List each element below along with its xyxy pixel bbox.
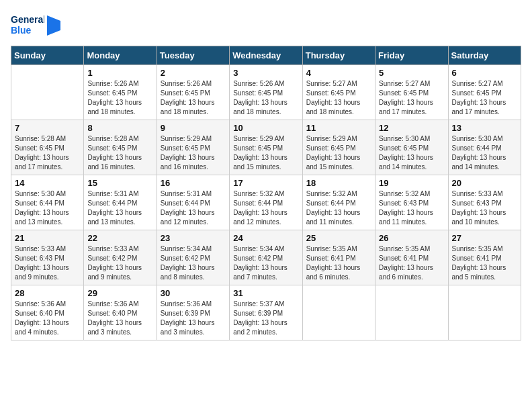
calendar-cell: 28Sunrise: 5:36 AMSunset: 6:40 PMDayligh… [11, 285, 84, 340]
cell-info: Sunrise: 5:33 AMSunset: 6:43 PMDaylight:… [15, 244, 80, 282]
cell-info: Sunrise: 5:32 AMSunset: 6:44 PMDaylight:… [306, 189, 371, 227]
calendar-cell: 4Sunrise: 5:27 AMSunset: 6:45 PMDaylight… [302, 65, 375, 120]
day-number: 17 [233, 178, 298, 188]
day-number: 20 [452, 178, 517, 188]
calendar-cell: 30Sunrise: 5:36 AMSunset: 6:39 PMDayligh… [157, 285, 229, 340]
day-number: 12 [379, 123, 444, 133]
day-number: 11 [306, 123, 371, 133]
cell-info: Sunrise: 5:35 AMSunset: 6:41 PMDaylight:… [306, 244, 371, 282]
calendar-cell: 21Sunrise: 5:33 AMSunset: 6:43 PMDayligh… [11, 230, 84, 285]
day-number: 19 [379, 178, 444, 188]
calendar-cell: 5Sunrise: 5:27 AMSunset: 6:45 PMDaylight… [375, 65, 448, 120]
calendar-cell: 9Sunrise: 5:29 AMSunset: 6:45 PMDaylight… [157, 120, 229, 175]
cell-info: Sunrise: 5:33 AMSunset: 6:42 PMDaylight:… [87, 244, 152, 282]
day-number: 30 [161, 288, 226, 298]
page-header: General Blue [11, 11, 521, 40]
calendar-cell: 7Sunrise: 5:28 AMSunset: 6:45 PMDaylight… [11, 120, 84, 175]
calendar-cell: 12Sunrise: 5:30 AMSunset: 6:45 PMDayligh… [375, 120, 448, 175]
day-number: 24 [233, 233, 298, 243]
weekday-header: Tuesday [157, 46, 229, 65]
calendar-cell: 8Sunrise: 5:28 AMSunset: 6:45 PMDaylight… [84, 120, 157, 175]
cell-info: Sunrise: 5:36 AMSunset: 6:40 PMDaylight:… [87, 300, 152, 337]
day-number: 18 [306, 178, 371, 188]
day-number: 29 [87, 288, 152, 298]
cell-info: Sunrise: 5:26 AMSunset: 6:45 PMDaylight:… [161, 79, 226, 117]
day-number: 28 [15, 288, 80, 298]
calendar-week-row: 28Sunrise: 5:36 AMSunset: 6:40 PMDayligh… [11, 285, 521, 340]
day-number: 5 [379, 68, 444, 78]
cell-info: Sunrise: 5:27 AMSunset: 6:45 PMDaylight:… [306, 79, 371, 117]
logo-icon: General Blue [11, 11, 44, 40]
day-number: 26 [379, 233, 444, 243]
cell-info: Sunrise: 5:29 AMSunset: 6:45 PMDaylight:… [233, 134, 298, 172]
day-number: 15 [87, 178, 152, 188]
calendar-week-row: 7Sunrise: 5:28 AMSunset: 6:45 PMDaylight… [11, 120, 521, 175]
day-number: 23 [161, 233, 226, 243]
cell-info: Sunrise: 5:29 AMSunset: 6:45 PMDaylight:… [161, 134, 226, 172]
cell-info: Sunrise: 5:36 AMSunset: 6:40 PMDaylight:… [15, 300, 80, 337]
day-number: 27 [452, 233, 517, 243]
day-number: 21 [15, 233, 80, 243]
day-number: 16 [161, 178, 226, 188]
cell-info: Sunrise: 5:31 AMSunset: 6:44 PMDaylight:… [161, 189, 226, 227]
calendar-cell [375, 285, 448, 340]
day-number: 6 [452, 68, 517, 78]
calendar-cell: 27Sunrise: 5:35 AMSunset: 6:41 PMDayligh… [448, 230, 521, 285]
cell-info: Sunrise: 5:26 AMSunset: 6:45 PMDaylight:… [233, 79, 298, 117]
cell-info: Sunrise: 5:26 AMSunset: 6:45 PMDaylight:… [87, 79, 152, 117]
cell-info: Sunrise: 5:36 AMSunset: 6:39 PMDaylight:… [161, 300, 226, 337]
calendar-cell: 6Sunrise: 5:27 AMSunset: 6:45 PMDaylight… [448, 65, 521, 120]
calendar-cell: 1Sunrise: 5:26 AMSunset: 6:45 PMDaylight… [84, 65, 157, 120]
svg-marker-2 [47, 15, 60, 36]
logo-arrow-icon [47, 15, 60, 36]
calendar-cell: 19Sunrise: 5:32 AMSunset: 6:43 PMDayligh… [375, 175, 448, 230]
cell-info: Sunrise: 5:37 AMSunset: 6:39 PMDaylight:… [233, 300, 298, 337]
cell-info: Sunrise: 5:30 AMSunset: 6:44 PMDaylight:… [452, 134, 517, 172]
cell-info: Sunrise: 5:27 AMSunset: 6:45 PMDaylight:… [379, 79, 444, 117]
calendar-cell: 15Sunrise: 5:31 AMSunset: 6:44 PMDayligh… [84, 175, 157, 230]
cell-info: Sunrise: 5:35 AMSunset: 6:41 PMDaylight:… [452, 244, 517, 282]
calendar-cell: 10Sunrise: 5:29 AMSunset: 6:45 PMDayligh… [230, 120, 302, 175]
calendar-table: SundayMondayTuesdayWednesdayThursdayFrid… [11, 46, 521, 340]
cell-info: Sunrise: 5:33 AMSunset: 6:43 PMDaylight:… [452, 189, 517, 227]
cell-info: Sunrise: 5:28 AMSunset: 6:45 PMDaylight:… [87, 134, 152, 172]
cell-info: Sunrise: 5:32 AMSunset: 6:43 PMDaylight:… [379, 189, 444, 227]
day-number: 31 [233, 288, 298, 298]
day-number: 22 [87, 233, 152, 243]
cell-info: Sunrise: 5:30 AMSunset: 6:45 PMDaylight:… [379, 134, 444, 172]
day-number: 9 [161, 123, 226, 133]
cell-info: Sunrise: 5:31 AMSunset: 6:44 PMDaylight:… [87, 189, 152, 227]
day-number: 13 [452, 123, 517, 133]
calendar-cell: 25Sunrise: 5:35 AMSunset: 6:41 PMDayligh… [302, 230, 375, 285]
calendar-cell [11, 65, 84, 120]
calendar-cell: 26Sunrise: 5:35 AMSunset: 6:41 PMDayligh… [375, 230, 448, 285]
day-number: 1 [87, 68, 152, 78]
weekday-header: Friday [375, 46, 448, 65]
cell-info: Sunrise: 5:28 AMSunset: 6:45 PMDaylight:… [15, 134, 80, 172]
cell-info: Sunrise: 5:34 AMSunset: 6:42 PMDaylight:… [161, 244, 226, 282]
calendar-cell [448, 285, 521, 340]
cell-info: Sunrise: 5:32 AMSunset: 6:44 PMDaylight:… [233, 189, 298, 227]
day-number: 2 [161, 68, 226, 78]
calendar-cell: 22Sunrise: 5:33 AMSunset: 6:42 PMDayligh… [84, 230, 157, 285]
day-number: 8 [87, 123, 152, 133]
calendar-week-row: 14Sunrise: 5:30 AMSunset: 6:44 PMDayligh… [11, 175, 521, 230]
day-number: 4 [306, 68, 371, 78]
calendar-cell: 29Sunrise: 5:36 AMSunset: 6:40 PMDayligh… [84, 285, 157, 340]
day-number: 3 [233, 68, 298, 78]
svg-text:Blue: Blue [11, 25, 32, 36]
day-number: 10 [233, 123, 298, 133]
weekday-header: Thursday [302, 46, 375, 65]
weekday-header: Monday [84, 46, 157, 65]
weekday-header: Wednesday [230, 46, 302, 65]
calendar-cell: 31Sunrise: 5:37 AMSunset: 6:39 PMDayligh… [230, 285, 302, 340]
day-header-row: SundayMondayTuesdayWednesdayThursdayFrid… [11, 46, 521, 65]
weekday-header: Saturday [448, 46, 521, 65]
calendar-week-row: 1Sunrise: 5:26 AMSunset: 6:45 PMDaylight… [11, 65, 521, 120]
cell-info: Sunrise: 5:27 AMSunset: 6:45 PMDaylight:… [452, 79, 517, 117]
day-number: 14 [15, 178, 80, 188]
weekday-header: Sunday [11, 46, 84, 65]
calendar-cell [302, 285, 375, 340]
calendar-cell: 13Sunrise: 5:30 AMSunset: 6:44 PMDayligh… [448, 120, 521, 175]
day-number: 25 [306, 233, 371, 243]
